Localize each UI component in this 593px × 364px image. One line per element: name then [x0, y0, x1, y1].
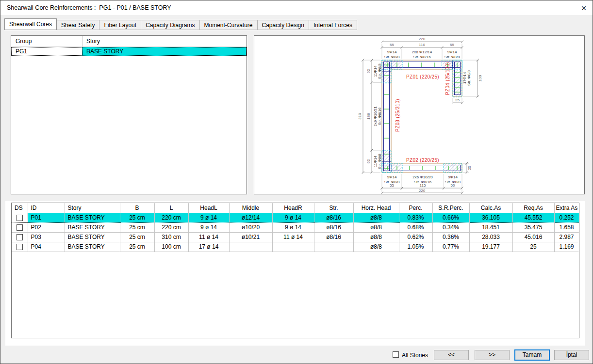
top-left-bars: 9Φ14	[387, 50, 397, 54]
top-right-bars: 9Φ14	[447, 50, 457, 54]
bottom-right-bars: 9Φ14	[448, 175, 458, 179]
grid-header-row: DS ID Story B L HeadL Middle HeadR Str. …	[12, 203, 579, 213]
str-cell: ø8/16	[314, 232, 353, 242]
extra-as-cell: 1.658	[554, 222, 579, 232]
id-cell: P01	[28, 213, 65, 222]
table-row-p04[interactable]: P04 BASE STORY 25 cm 100 cm 17 ø 14 ø8/8…	[12, 242, 579, 252]
tab-internal-forces[interactable]: Internal Forces	[309, 20, 357, 30]
sr-perc-cell: 0.66%	[432, 213, 469, 222]
wall-tags: PZ01 (220/25) PZ02 (220/25) PZ03 (25/310…	[395, 62, 450, 163]
tab-fiber-layout[interactable]: Fiber Layout	[99, 20, 141, 30]
tag-pz02: PZ02 (220/25)	[406, 158, 439, 163]
tab-shearwall-cores[interactable]: Shearwall Cores	[4, 18, 57, 30]
middle-cell: ø12/14	[229, 213, 272, 222]
close-icon[interactable]: ✕	[578, 3, 589, 14]
table-row-p03[interactable]: P03 BASE STORY 25 cm 310 cm 11 ø 14 ø10/…	[12, 232, 579, 242]
id-cell: P03	[28, 232, 65, 242]
left-top-bars: 11Φ14	[373, 65, 378, 77]
left-top-stirrup: Str. Φ8/8	[378, 63, 382, 79]
calc-as-cell: 19.177	[469, 242, 512, 252]
calc-as-cell: 18.451	[469, 222, 512, 232]
perc-cell: 1.05%	[399, 242, 432, 252]
dim-top-seg-3: 55	[450, 43, 454, 47]
col-header-perc[interactable]: Perc.	[399, 203, 432, 213]
col-header-str[interactable]: Str.	[314, 203, 353, 213]
tab-shear-safety[interactable]: Shear Safety	[56, 20, 99, 30]
group-cell: PG1	[11, 47, 82, 56]
calc-as-cell: 28.033	[469, 232, 512, 242]
col-header-sr-perc[interactable]: S.R.Perc.	[432, 203, 469, 213]
col-header-req-as[interactable]: Req.As	[512, 203, 554, 213]
story-cell: BASE STORY	[65, 242, 120, 252]
perc-cell: 0.68%	[399, 222, 432, 232]
col-header-calc-as[interactable]: Calc.As	[469, 203, 512, 213]
ok-button[interactable]: Tamam	[514, 349, 550, 361]
group-list-row[interactable]: PG1 BASE STORY	[11, 47, 247, 56]
req-as-cell: 45.016	[512, 232, 554, 242]
table-row-p02[interactable]: P02 BASE STORY 25 cm 220 cm 9 ø 14 ø10/2…	[12, 222, 579, 232]
id-cell: P04	[28, 242, 65, 252]
table-row-p01[interactable]: P01 BASE STORY 25 cm 220 cm 9 ø 14 ø12/1…	[12, 213, 579, 222]
col-header-group[interactable]: Group	[11, 36, 82, 47]
headl-cell: 17 ø 14	[188, 242, 229, 252]
dim-bottom-right-thickness: 25	[467, 166, 472, 170]
dim-left-seg-1: 62	[366, 69, 371, 73]
bottom-mid-stirrup: Str. Φ8/16	[414, 180, 432, 184]
extra-as-cell: 2.987	[554, 232, 579, 242]
col-header-story[interactable]: Story	[65, 203, 120, 213]
horz-head-cell: ø8/8	[353, 242, 399, 252]
dim-right-length: 100	[478, 75, 482, 81]
top-right-stirrup: Str. Φ8/8	[445, 55, 460, 59]
req-as-cell: 45.552	[512, 213, 554, 222]
l-cell: 100 cm	[154, 242, 188, 252]
tab-capacity-design[interactable]: Capacity Design	[257, 20, 309, 30]
headr-cell: 9 ø 14	[272, 222, 314, 232]
shearwall-section-drawing: 220 55 110 55 310 62 186 62 55 115 50 22…	[254, 35, 585, 194]
ds-checkbox[interactable]	[16, 215, 23, 221]
col-header-ds[interactable]: DS	[12, 203, 28, 213]
col-header-l[interactable]: L	[154, 203, 188, 213]
ds-cell	[12, 213, 28, 222]
tab-moment-curvature[interactable]: Moment-Curvature	[199, 20, 258, 30]
window-title: Shearwall Core Reinforcements : PG1 - P0…	[7, 4, 171, 11]
col-header-b[interactable]: B	[120, 203, 154, 213]
col-header-horz-head[interactable]: Horz. Head	[353, 203, 399, 213]
ds-cell	[12, 232, 28, 242]
headr-cell	[272, 242, 314, 252]
sr-perc-cell: 0.77%	[432, 242, 469, 252]
sr-perc-cell: 0.36%	[432, 232, 469, 242]
tag-pz03: PZ03 (25/310)	[395, 99, 400, 132]
col-header-headr[interactable]: HeadR	[272, 203, 314, 213]
dim-left-total: 310	[358, 113, 362, 120]
ds-cell	[12, 242, 28, 252]
all-stories-checkbox[interactable]	[393, 351, 399, 358]
req-as-cell: 25	[512, 242, 554, 252]
ds-checkbox[interactable]	[16, 234, 23, 240]
perc-cell: 0.83%	[399, 213, 432, 222]
str-cell: ø8/16	[314, 213, 353, 222]
middle-cell	[229, 242, 272, 252]
table-area: DS ID Story B L HeadL Middle HeadR Str. …	[5, 201, 585, 346]
col-header-extra-as[interactable]: Extra As	[554, 203, 579, 213]
title-bar: Shearwall Core Reinforcements : PG1 - P0…	[0, 0, 593, 15]
middle-cell: ø10/20	[229, 222, 272, 232]
col-header-story[interactable]: Story	[82, 36, 247, 47]
col-header-headl[interactable]: HeadL	[188, 203, 229, 213]
col-header-id[interactable]: ID	[28, 203, 65, 213]
dim-bottom-total: 220	[419, 189, 426, 193]
dim-top-total: 220	[419, 37, 426, 41]
cancel-button[interactable]: İptal	[554, 350, 589, 360]
dim-left-seg-2: 186	[366, 113, 371, 120]
id-cell: P02	[28, 222, 65, 232]
ds-checkbox[interactable]	[16, 244, 23, 250]
b-cell: 25 cm	[120, 232, 154, 242]
bottom-right-stirrup: Str. Φ8/8	[445, 180, 461, 184]
col-header-middle[interactable]: Middle	[229, 203, 272, 213]
headl-cell: 11 ø 14	[188, 232, 229, 242]
next-button[interactable]: >>	[475, 350, 510, 360]
ds-checkbox[interactable]	[16, 224, 23, 231]
previous-button[interactable]: <<	[434, 350, 469, 360]
b-cell: 25 cm	[120, 213, 154, 222]
tab-capacity-diagrams[interactable]: Capacity Diagrams	[141, 20, 199, 30]
b-cell: 25 cm	[120, 222, 154, 232]
